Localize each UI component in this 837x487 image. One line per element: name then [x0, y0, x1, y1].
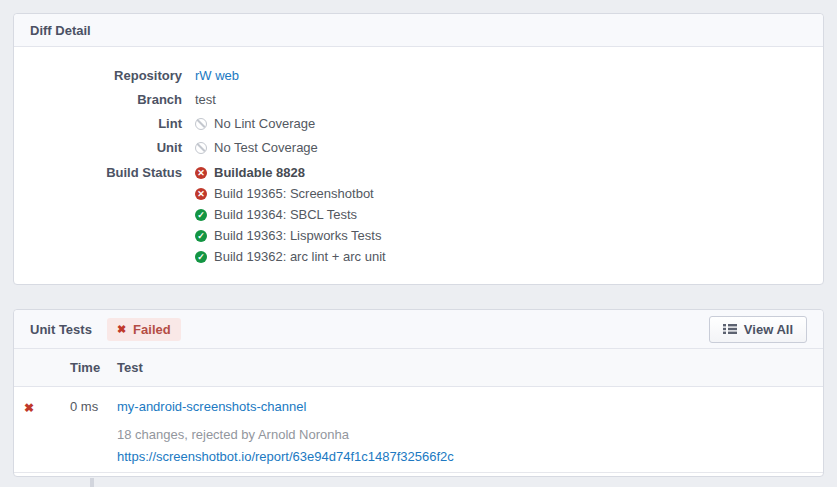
timeline-stem: [90, 478, 94, 487]
repository-link[interactable]: rW web: [195, 64, 239, 88]
build-name: Build 19362: arc lint + arc unit: [214, 246, 386, 267]
circle-slash-icon: [195, 118, 207, 130]
failed-badge-label: Failed: [133, 322, 171, 337]
build-item: ✕ Build 19365: Screenshotbot: [195, 183, 386, 204]
build-item: ✓ Build 19362: arc lint + arc unit: [195, 246, 386, 267]
column-header-time: Time: [70, 360, 117, 375]
build-name: Buildable 8828: [214, 162, 305, 183]
diff-detail-header: Diff Detail: [14, 14, 823, 47]
branch-value: test: [195, 88, 216, 112]
check-circle-icon: ✓: [195, 209, 207, 221]
property-row-repository: Repository rW web: [14, 64, 823, 88]
lint-label: Lint: [14, 112, 195, 136]
times-circle-icon: ✕: [195, 188, 207, 200]
table-row: ✖ 0 ms my-android-screenshots-channel 18…: [14, 387, 823, 473]
diff-detail-panel: Diff Detail Repository rW web Branch tes…: [13, 13, 824, 285]
build-item: ✓ Build 19363: Lispworks Tests: [195, 225, 386, 246]
unit-tests-header: Unit Tests ✖ Failed View All: [14, 310, 823, 349]
property-row-unit: Unit No Test Coverage: [14, 136, 823, 160]
check-circle-icon: ✓: [195, 251, 207, 263]
report-url-link[interactable]: https://screenshotbot.io/report/63e94d74…: [117, 449, 454, 465]
unit-label: Unit: [14, 136, 195, 160]
unit-tests-title: Unit Tests: [30, 322, 92, 337]
failed-status-badge: ✖ Failed: [107, 318, 181, 341]
property-list: Repository rW web Branch test Lint No Li…: [14, 47, 823, 267]
test-name-link[interactable]: my-android-screenshots-channel: [117, 399, 306, 415]
view-all-label: View All: [744, 322, 793, 337]
property-row-build-status: Build Status ✕ Buildable 8828 ✕ Build 19…: [14, 162, 823, 267]
property-row-lint: Lint No Lint Coverage: [14, 112, 823, 136]
check-circle-icon: ✓: [195, 230, 207, 242]
build-name: Build 19364: SBCL Tests: [214, 204, 357, 225]
build-item: ✓ Build 19364: SBCL Tests: [195, 204, 386, 225]
page: Diff Detail Repository rW web Branch tes…: [0, 0, 837, 487]
column-header-test: Test: [117, 360, 823, 375]
repository-label: Repository: [14, 64, 195, 88]
build-item: ✕ Buildable 8828: [195, 162, 386, 183]
branch-label: Branch: [14, 88, 195, 112]
build-name: Build 19363: Lispworks Tests: [214, 225, 381, 246]
view-all-button[interactable]: View All: [709, 316, 807, 343]
x-icon: ✖: [117, 323, 126, 336]
build-list: ✕ Buildable 8828 ✕ Build 19365: Screensh…: [195, 162, 386, 267]
unit-value: No Test Coverage: [214, 136, 318, 160]
circle-slash-icon: [195, 142, 207, 154]
table-header: Time Test: [14, 349, 823, 387]
test-time: 0 ms: [70, 387, 117, 472]
test-detail-text: 18 changes, rejected by Arnold Noronha: [117, 427, 807, 443]
times-circle-icon: ✕: [195, 167, 207, 179]
property-row-branch: Branch test: [14, 88, 823, 112]
failed-x-icon: ✖: [23, 401, 34, 415]
list-icon: [723, 323, 737, 335]
lint-value: No Lint Coverage: [214, 112, 315, 136]
diff-detail-title: Diff Detail: [30, 23, 91, 38]
unit-tests-panel: Unit Tests ✖ Failed View All Time Test ✖: [13, 309, 824, 477]
build-status-label: Build Status: [14, 162, 195, 267]
build-name: Build 19365: Screenshotbot: [214, 183, 374, 204]
